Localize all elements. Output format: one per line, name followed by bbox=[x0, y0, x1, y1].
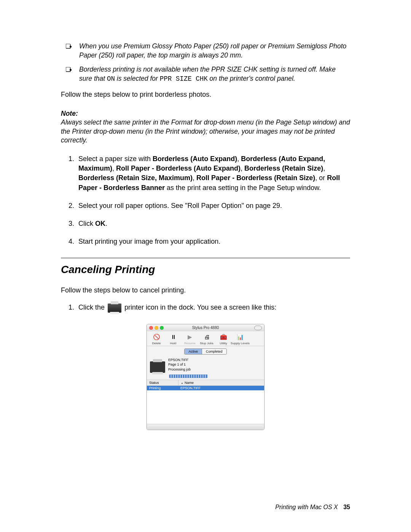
code-text: PPR SIZE CHK bbox=[160, 75, 208, 83]
toolbar-toggle-icon[interactable] bbox=[254, 326, 262, 330]
toolbar: 🚫 Delete ⏸ Hold ▶ Resume 🖨 Stop Jobs 🧰 bbox=[147, 331, 264, 346]
screenshot-wrap: Stylus Pro 4880 🚫 Delete ⏸ Hold ▶ Resume… bbox=[61, 324, 350, 430]
step-text: Select your roll paper options. See "Rol… bbox=[78, 202, 282, 209]
note-text: Always select the same printer in the Fo… bbox=[61, 118, 350, 145]
supply-levels-button[interactable]: 📊 Supply Levels bbox=[232, 333, 248, 345]
window-footer bbox=[147, 424, 264, 430]
note-block: Note: Always select the same printer in … bbox=[61, 109, 350, 145]
step-text: Click the bbox=[78, 304, 107, 311]
job-status: Processing job bbox=[168, 367, 191, 372]
window-title: Stylus Pro 4880 bbox=[147, 326, 264, 330]
table-row[interactable]: Printing EPSON.TIFF bbox=[147, 386, 264, 390]
stop-jobs-button[interactable]: 🖨 Stop Jobs bbox=[199, 333, 215, 345]
button-label: Stop Jobs bbox=[200, 342, 213, 345]
info-bullet-list: When you use Premium Glossy Photo Paper … bbox=[61, 42, 350, 84]
button-label: Hold bbox=[170, 342, 176, 345]
resume-button: ▶ Resume bbox=[182, 333, 198, 345]
button-label: Delete bbox=[152, 342, 161, 345]
page-number: 35 bbox=[343, 504, 350, 510]
sep: , bbox=[112, 165, 116, 172]
column-name-label: Name bbox=[185, 381, 194, 385]
section-heading: Canceling Printing bbox=[61, 258, 350, 276]
button-label: Resume bbox=[184, 342, 196, 345]
supply-levels-icon: 📊 bbox=[236, 333, 244, 341]
step-text: as the print area setting in the Page Se… bbox=[165, 184, 321, 192]
job-page: Page 1 of 1 bbox=[168, 362, 191, 367]
bullet-text: on the printer's control panel. bbox=[208, 75, 295, 82]
cell-status: Printing bbox=[147, 386, 178, 390]
step-text: . bbox=[105, 220, 107, 227]
button-label: Utility bbox=[220, 342, 227, 345]
steps-list: Select a paper size with Borderless (Aut… bbox=[61, 154, 350, 246]
step-item: Start printing your image from your appl… bbox=[76, 237, 350, 246]
tab-active[interactable]: Active bbox=[185, 349, 202, 354]
bullet-item: Borderless printing is not available whe… bbox=[76, 65, 350, 83]
footer-text: Printing with Mac OS X bbox=[275, 504, 338, 510]
bullet-item: When you use Premium Glossy Photo Paper … bbox=[76, 42, 350, 60]
sep: , bbox=[323, 165, 325, 172]
hold-button[interactable]: ⏸ Hold bbox=[165, 333, 181, 345]
step-item: Click the printer icon in the dock. You … bbox=[76, 303, 350, 312]
job-file: EPSON.TIFF bbox=[168, 358, 191, 363]
sep: , bbox=[193, 174, 196, 182]
tab-completed[interactable]: Completed bbox=[202, 349, 226, 354]
button-label: Supply Levels bbox=[231, 342, 250, 345]
cancel-steps-list: Click the printer icon in the dock. You … bbox=[61, 303, 350, 312]
utility-button[interactable]: 🧰 Utility bbox=[215, 333, 231, 345]
document-page: When you use Premium Glossy Photo Paper … bbox=[0, 0, 411, 532]
tab-row: Active Completed bbox=[147, 346, 264, 356]
progress-bar bbox=[169, 374, 208, 378]
note-label: Note: bbox=[61, 109, 350, 118]
printer-icon bbox=[108, 304, 121, 313]
tab-segment: Active Completed bbox=[184, 348, 226, 355]
code-text: ON bbox=[107, 75, 115, 83]
step-text: printer icon in the dock. You see a scre… bbox=[124, 304, 276, 311]
cell-name: EPSON.TIFF bbox=[178, 386, 264, 390]
step-option: Borderless (Auto Expand) bbox=[153, 155, 237, 163]
sep: , or bbox=[315, 174, 327, 182]
step-option: Borderless (Retain Size) bbox=[244, 165, 323, 172]
step-text: Select a paper size with bbox=[78, 155, 153, 163]
bullet-text: is selected for bbox=[115, 75, 160, 82]
step-text: Click bbox=[78, 220, 95, 227]
print-queue-window: Stylus Pro 4880 🚫 Delete ⏸ Hold ▶ Resume… bbox=[147, 324, 264, 430]
resume-icon: ▶ bbox=[186, 333, 194, 341]
step-option: Borderless (Retain Size, Maximum) bbox=[78, 174, 193, 182]
job-area: EPSON.TIFF Page 1 of 1 Processing job bbox=[147, 356, 264, 374]
step-item: Select a paper size with Borderless (Aut… bbox=[76, 154, 350, 193]
printer-thumbnail-icon bbox=[150, 361, 165, 373]
step-item: Click OK. bbox=[76, 219, 350, 228]
job-info: EPSON.TIFF Page 1 of 1 Processing job bbox=[168, 358, 191, 372]
intro-text-2: Follow the steps below to cancel printin… bbox=[61, 286, 350, 294]
bullet-text: When you use Premium Glossy Photo Paper … bbox=[79, 42, 346, 59]
list-header: Status ▲Name bbox=[147, 380, 264, 386]
sep: , bbox=[237, 155, 241, 163]
list-body[interactable]: Printing EPSON.TIFF bbox=[147, 386, 264, 424]
sort-asc-icon: ▲ bbox=[181, 382, 183, 384]
utility-icon: 🧰 bbox=[219, 333, 228, 341]
step-text: Start printing your image from your appl… bbox=[78, 238, 220, 245]
stop-jobs-icon: 🖨 bbox=[202, 333, 211, 341]
titlebar: Stylus Pro 4880 bbox=[147, 324, 264, 331]
step-option: Roll Paper - Borderless (Auto Expand) bbox=[116, 165, 241, 172]
column-name[interactable]: ▲Name bbox=[178, 380, 264, 385]
progress-wrap bbox=[147, 374, 264, 380]
step-item: Select your roll paper options. See "Rol… bbox=[76, 201, 350, 211]
sep: , bbox=[241, 165, 244, 172]
delete-icon: 🚫 bbox=[152, 333, 161, 341]
ok-label: OK bbox=[95, 220, 105, 227]
intro-text: Follow the steps below to print borderle… bbox=[61, 91, 350, 99]
page-footer: Printing with Mac OS X 35 bbox=[275, 504, 350, 511]
delete-button[interactable]: 🚫 Delete bbox=[148, 333, 164, 345]
column-status[interactable]: Status bbox=[147, 380, 178, 385]
hold-icon: ⏸ bbox=[169, 333, 177, 341]
step-option: Roll Paper - Borderless (Retain Size) bbox=[196, 174, 315, 182]
